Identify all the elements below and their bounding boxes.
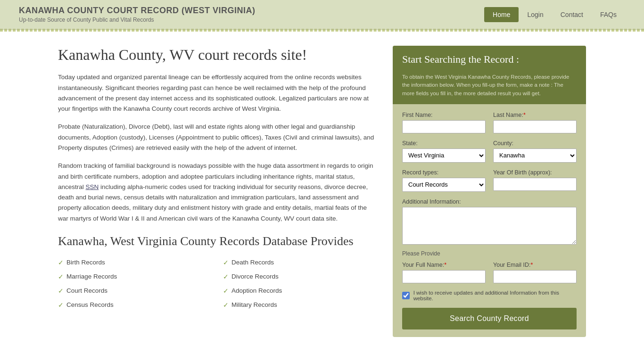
left-column: Kanawha County, WV court records site! T… (58, 46, 379, 337)
county-group: County: Kanawha Berkeley Cabell Monongal… (493, 140, 577, 163)
additional-info-textarea[interactable] (402, 207, 577, 245)
county-label: County: (493, 140, 577, 147)
full-name-group: Your Full Name:* (402, 262, 486, 283)
please-provide-label: Please Provide (402, 250, 577, 257)
last-name-label: Last Name:* (493, 112, 577, 118)
list-item: Birth Records (58, 257, 214, 268)
list-item: Divorce Records (223, 271, 379, 282)
record-type-select[interactable]: Court Records Birth Records Death Record… (402, 178, 486, 192)
body-paragraph-3: Random tracking of familial background i… (58, 161, 379, 224)
state-select[interactable]: West Virginia Alabama Alaska Arizona Cal… (402, 148, 486, 163)
header-branding: KANAWHA COUNTY COURT RECORD (WEST VIRGIN… (19, 6, 256, 23)
full-name-label: Your Full Name:* (402, 262, 486, 268)
list-item: Marriage Records (58, 271, 214, 282)
nav-contact[interactable]: Contact (552, 7, 592, 22)
year-of-birth-group: Year Of Birth (approx): (493, 169, 577, 192)
record-type-group: Record types: Court Records Birth Record… (402, 169, 486, 192)
name-row: First Name: Last Name:* (402, 112, 577, 133)
county-select[interactable]: Kanawha Berkeley Cabell Monongalia Ralei… (493, 148, 577, 163)
state-county-row: State: West Virginia Alabama Alaska Ariz… (402, 140, 577, 163)
additional-info-group: Additional Information: (402, 198, 577, 245)
nav-faqs[interactable]: FAQs (592, 7, 625, 22)
email-input[interactable] (493, 270, 577, 283)
additional-info-label: Additional Information: (402, 198, 577, 205)
year-of-birth-label: Year Of Birth (approx): (493, 169, 577, 176)
last-name-group: Last Name:* (493, 112, 577, 133)
site-title: KANAWHA COUNTY COURT RECORD (WEST VIRGIN… (19, 6, 256, 16)
nav-login[interactable]: Login (519, 7, 552, 22)
state-label: State: (402, 140, 486, 147)
record-year-row: Record types: Court Records Birth Record… (402, 169, 577, 192)
email-label: Your Email ID:* (493, 262, 577, 268)
list-item: Death Records (223, 257, 379, 268)
newsletter-checkbox-row: I wish to receive updates and additional… (402, 290, 577, 301)
first-name-group: First Name: (402, 112, 486, 133)
records-list: Birth Records Death Records Marriage Rec… (58, 257, 379, 311)
form-body: First Name: Last Name:* State: (393, 104, 586, 337)
list-item: Adoption Records (223, 285, 379, 296)
main-nav: Home Login Contact FAQs (484, 7, 625, 22)
form-title: Start Searching the Record : (402, 53, 577, 66)
search-form-card: Start Searching the Record : To obtain t… (393, 46, 586, 337)
section-heading: Kanawha, West Virginia County Records Da… (58, 233, 379, 249)
list-item: Court Records (58, 285, 214, 296)
first-name-label: First Name: (402, 112, 486, 118)
list-item: Military Records (223, 299, 379, 311)
site-header: KANAWHA COUNTY COURT RECORD (WEST VIRGIN… (0, 0, 644, 30)
contact-row: Your Full Name:* Your Email ID:* (402, 262, 577, 283)
newsletter-checkbox[interactable] (402, 292, 410, 299)
last-name-input[interactable] (493, 120, 577, 133)
right-column: Start Searching the Record : To obtain t… (393, 46, 586, 337)
site-subtitle: Up-to-date Source of County Public and V… (19, 16, 256, 23)
email-group: Your Email ID:* (493, 262, 577, 283)
search-county-record-button[interactable]: Search County Record (402, 308, 577, 329)
newsletter-checkbox-label[interactable]: I wish to receive updates and additional… (413, 290, 577, 301)
full-name-input[interactable] (402, 270, 486, 283)
body-paragraph-1: Today updated and organized parental lin… (58, 72, 379, 114)
list-item: Census Records (58, 299, 214, 311)
year-of-birth-input[interactable] (493, 178, 577, 191)
body-paragraph-2: Probate (Naturalization), Divorce (Debt)… (58, 122, 379, 153)
form-header: Start Searching the Record : (393, 46, 586, 73)
state-group: State: West Virginia Alabama Alaska Ariz… (402, 140, 486, 163)
first-name-input[interactable] (402, 120, 486, 133)
page-heading: Kanawha County, WV court records site! (58, 46, 379, 64)
form-description: To obtain the West Virginia Kanawha Coun… (393, 73, 586, 104)
record-type-label: Record types: (402, 169, 486, 176)
last-name-required: * (523, 112, 526, 118)
nav-home[interactable]: Home (484, 7, 519, 22)
main-content: Kanawha County, WV court records site! T… (39, 32, 605, 351)
